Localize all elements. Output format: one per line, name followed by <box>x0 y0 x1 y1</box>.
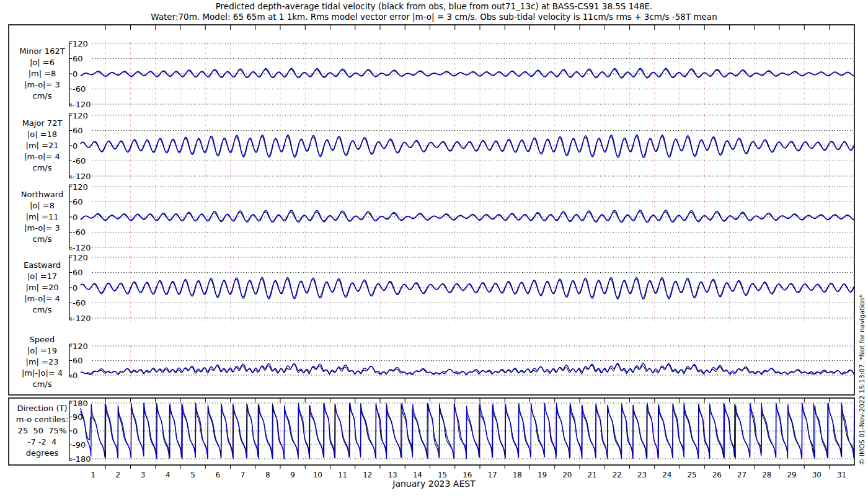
panel-label-northward: Northward|o| =8|m| =11|m-o|= 3cm/s <box>7 189 77 245</box>
x-tick-label: 3 <box>141 471 146 479</box>
x-tick-label: 25 <box>687 471 696 479</box>
x-tick-label: 19 <box>538 471 547 479</box>
panel-label-line: |m|-|o|= 4 <box>7 368 77 379</box>
x-tick-label: 14 <box>413 471 422 479</box>
x-tick-label: 8 <box>265 471 270 479</box>
x-tick-label: 5 <box>190 471 195 479</box>
panel-label-line: |m-o|= 3 <box>7 79 77 91</box>
panel-label-line: |m-o|= 3 <box>7 223 77 234</box>
northward-obs-line <box>81 212 854 221</box>
northward-model-line <box>81 210 854 223</box>
panel-label-line: Minor 162T <box>7 46 77 57</box>
x-tick-label: 1 <box>91 471 95 479</box>
eastward-model-line <box>81 277 854 299</box>
x-tick-label: 23 <box>637 471 647 479</box>
panel-label-line: Northward <box>7 189 77 200</box>
panel-label-line: |m| =23 <box>7 356 77 368</box>
panel-label-eastward: Eastward|o| =17|m| =20|m-o|= 4cm/s <box>7 260 77 316</box>
panel-label-line: Direction (T) <box>7 403 77 414</box>
x-tick-label: 28 <box>762 471 771 479</box>
panel-label-line: cm/s <box>7 162 77 174</box>
x-tick-label: 22 <box>613 471 622 479</box>
panel-label-line: m-o centiles: <box>7 414 77 425</box>
panel-label-line: cm/s <box>7 304 77 316</box>
x-tick-label: 12 <box>363 471 372 479</box>
x-tick-label: 11 <box>338 471 347 479</box>
panel-label-line: Major 72T <box>7 118 77 129</box>
x-tick-label: 30 <box>812 471 822 479</box>
x-tick-label: 6 <box>216 471 221 479</box>
x-tick-label: 16 <box>463 471 472 479</box>
panel-label-line: 25 50 75% <box>7 425 77 436</box>
panel-label-line: degrees <box>7 448 77 459</box>
panel-label-line: |m| =21 <box>7 140 77 151</box>
panel-label-line: cm/s <box>7 91 77 102</box>
panel-label-line: |o| =19 <box>7 345 77 356</box>
x-tick-label: 20 <box>562 471 572 479</box>
panel-label-line: |o| =18 <box>7 129 77 140</box>
panel-label-minor: Minor 162T|o| =6|m| =8|m-o|= 3cm/s <box>7 46 77 102</box>
panel-label-line: |m-o|= 4 <box>7 151 77 162</box>
tidal-velocity-figure: Predicted depth-average tidal velocity (… <box>0 0 868 496</box>
x-axis-label: January 2023 AEST <box>0 479 868 489</box>
imos-watermark: © IMOS 01-Nov-2022 15:13:07. *Not for na… <box>858 294 866 465</box>
x-tick-label: 4 <box>166 471 170 479</box>
x-tick-label: 26 <box>712 471 722 479</box>
x-tick-label: 27 <box>737 471 746 479</box>
panel-label-line: |m-o|= 4 <box>7 293 77 304</box>
panel-label-line: Speed <box>7 334 77 345</box>
panel-label-speed: Speed|o| =19|m| =23|m|-|o|= 4cm/s <box>7 334 77 390</box>
eastward-obs-line <box>81 279 854 298</box>
x-tick-label: 15 <box>438 471 447 479</box>
panel-label-major: Major 72T|o| =18|m| =21|m-o|= 4cm/s <box>7 118 77 174</box>
main-panel-frame <box>9 25 854 395</box>
x-tick-label: 24 <box>662 471 671 479</box>
panel-label-line: |o| =17 <box>7 271 77 282</box>
panel-label-direction: Direction (T)m-o centiles:25 50 75%-7 -2… <box>7 403 77 459</box>
x-tick-label: 7 <box>241 471 246 479</box>
x-tick-label: 29 <box>787 471 796 479</box>
x-tick-label: 10 <box>313 471 322 479</box>
panel-label-line: Eastward <box>7 260 77 271</box>
x-tick-label: 17 <box>487 471 497 479</box>
plot-canvas: 1234567891011121314151617181920212223242… <box>0 0 868 496</box>
minor-obs-line <box>81 69 854 77</box>
x-tick-label: 31 <box>837 471 846 479</box>
panel-label-line: -7 -2 4 <box>7 436 77 448</box>
panel-label-line: |m| =11 <box>7 211 77 223</box>
panel-label-line: |o| =6 <box>7 57 77 68</box>
panel-label-line: |o| =8 <box>7 200 77 211</box>
direction-panel-frame <box>9 398 854 465</box>
x-tick-label: 21 <box>587 471 596 479</box>
x-tick-label: 13 <box>388 471 397 479</box>
major-model-line <box>81 135 854 157</box>
minor-model-line <box>81 68 854 78</box>
panel-label-line: |m| =20 <box>7 282 77 293</box>
panel-label-line: |m| =8 <box>7 68 77 79</box>
x-tick-label: 9 <box>290 471 295 479</box>
panel-label-line: cm/s <box>7 379 77 390</box>
panel-label-line: cm/s <box>7 234 77 245</box>
x-tick-label: 18 <box>513 471 522 479</box>
x-tick-label: 2 <box>116 471 121 479</box>
